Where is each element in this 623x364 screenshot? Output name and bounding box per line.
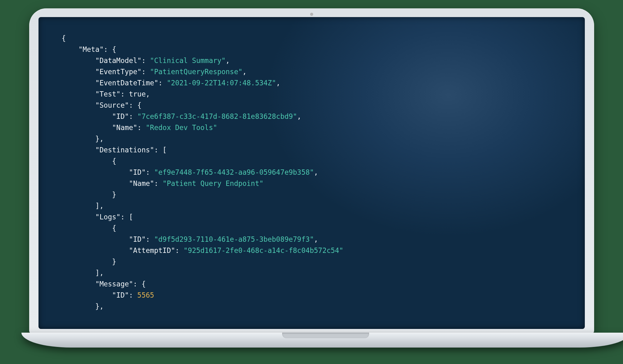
code-token: : [ [120, 213, 133, 221]
code-token: 5565 [137, 291, 154, 299]
code-token: : { [104, 45, 116, 53]
code-token: "Clinical Summary" [150, 56, 226, 65]
code-token: "Message" [95, 280, 133, 288]
code-token: "DataModel" [95, 56, 142, 65]
code-token: , [226, 56, 230, 65]
code-token: : [146, 235, 154, 243]
code-token: : [154, 179, 163, 187]
code-token: : [129, 112, 137, 120]
code-token: , [297, 112, 301, 120]
code-token: , [314, 168, 318, 176]
code-token: { [112, 224, 116, 232]
code-token: : { [133, 280, 146, 288]
code-token: "ef9e7448-7f65-4432-aa96-059647e9b358" [154, 168, 314, 176]
camera-icon [310, 13, 313, 16]
code-token: "Test" [95, 90, 120, 98]
code-token: : { [129, 101, 142, 109]
code-token: "ID" [129, 235, 146, 243]
code-token: "EventType" [95, 68, 142, 76]
code-token: "2021-09-22T14:07:48.534Z" [167, 79, 276, 87]
code-token: "ID" [112, 112, 129, 120]
code-token: { [62, 34, 66, 42]
code-token: "ID" [129, 168, 146, 176]
code-token: "AttemptID" [129, 246, 175, 254]
code-token: } [112, 258, 116, 266]
code-token: : [120, 90, 129, 98]
json-code-block[interactable]: { "Meta": { "DataModel": "Clinical Summa… [62, 33, 566, 312]
code-token: "925d1617-2fe0-468c-a14c-f8c04b572c54" [183, 246, 343, 254]
code-token: "Patient Query Endpoint" [163, 179, 264, 187]
code-editor-screen: { "Meta": { "DataModel": "Clinical Summa… [38, 17, 585, 329]
code-token: ], [95, 269, 104, 277]
code-token: : [175, 246, 183, 254]
code-token: "Source" [95, 101, 129, 109]
code-token: true [129, 90, 146, 98]
code-token: "d9f5d293-7110-461e-a875-3beb089e79f3" [154, 235, 314, 243]
laptop-base [21, 333, 623, 348]
code-token: "Meta" [79, 45, 104, 53]
code-token: "Redox Dev Tools" [146, 124, 217, 132]
code-token: "Logs" [95, 213, 120, 221]
laptop-mockup: { "Meta": { "DataModel": "Clinical Summa… [21, 8, 602, 356]
code-token: { [112, 157, 116, 165]
code-token: ], [95, 202, 104, 210]
code-token: : [137, 124, 146, 132]
code-token: "EventDateTime" [95, 79, 158, 87]
code-token: : [158, 79, 167, 87]
code-token: "Name" [112, 124, 137, 132]
code-token: : [129, 291, 137, 299]
laptop-body: { "Meta": { "DataModel": "Clinical Summa… [29, 8, 594, 334]
code-token: , [314, 235, 318, 243]
code-token: "ID" [112, 291, 129, 299]
code-token: : [ [154, 146, 167, 154]
code-token: "Destinations" [95, 146, 154, 154]
code-token: : [142, 56, 150, 65]
code-token: "Name" [129, 179, 154, 187]
code-token: : [146, 168, 154, 176]
code-token: : [142, 68, 150, 76]
code-token: }, [95, 135, 104, 143]
code-token: , [146, 90, 150, 98]
code-token: } [112, 191, 116, 199]
code-token: , [276, 79, 280, 87]
code-token: }, [95, 302, 104, 310]
code-token: "PatientQueryResponse" [150, 68, 242, 76]
trackpad-notch [282, 333, 369, 338]
code-token: "7ce6f387-c33c-417d-8682-81e83628cbd9" [137, 112, 297, 120]
code-token: , [242, 68, 247, 76]
